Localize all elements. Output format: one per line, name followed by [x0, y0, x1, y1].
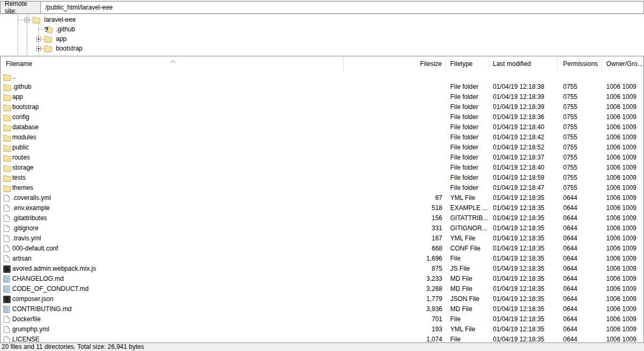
tree-item-app[interactable]: app — [0, 34, 644, 44]
expand-toggle-icon[interactable] — [36, 37, 41, 41]
table-row[interactable]: storage File folder 01/04/19 12:18:40 07… — [1, 163, 643, 173]
table-row[interactable]: public File folder 01/04/19 12:18:52 075… — [1, 143, 643, 153]
table-row[interactable]: .travis.yml 167 YML File 01/04/19 12:18:… — [1, 233, 643, 244]
permissions-cell: 0644 — [558, 304, 602, 314]
permissions-cell: 0755 — [558, 112, 602, 122]
column-header-permissions[interactable]: Permissions — [558, 56, 602, 72]
sort-ascending-icon — [170, 57, 176, 65]
folder-icon — [3, 83, 12, 91]
column-header-filesize[interactable]: Filesize — [344, 56, 446, 72]
owner-group-cell: 1006 1009 — [602, 143, 643, 153]
remote-site-path-input[interactable] — [41, 1, 644, 14]
last-modified-cell — [489, 72, 558, 82]
permissions-cell: 0644 — [558, 264, 602, 274]
folder-icon — [3, 185, 12, 192]
folder-icon — [3, 114, 12, 121]
filetype-cell: CONF File — [446, 244, 489, 254]
table-row[interactable]: .coveralls.yml 67 YML File 01/04/19 12:1… — [1, 193, 643, 203]
table-row[interactable]: 000-default.conf 668 CONF File 01/04/19 … — [1, 244, 643, 254]
column-header-owner-gro-[interactable]: Owner/Gro... — [602, 56, 643, 72]
expand-toggle-icon[interactable] — [24, 18, 29, 22]
permissions-cell: 0644 — [558, 324, 602, 335]
owner-group-cell: 1006 1009 — [602, 335, 643, 343]
table-row[interactable]: Dockerfile 701 File 01/04/19 12:18:35 06… — [1, 314, 643, 324]
last-modified-cell: 01/04/19 12:18:35 — [489, 314, 558, 324]
filesize-cell: 1,696 — [344, 254, 446, 264]
table-row[interactable]: grumphp.yml 193 YML File 01/04/19 12:18:… — [1, 324, 643, 335]
expand-toggle-icon[interactable] — [36, 46, 41, 51]
folder-icon — [3, 164, 12, 172]
tree-item-bootstrap[interactable]: bootstrap — [0, 44, 644, 53]
filename-text: modules — [12, 132, 36, 143]
filetype-cell: JSON File — [446, 294, 489, 304]
filename-text: .gitattributes — [12, 213, 47, 223]
filename-text: grumphp.yml — [12, 324, 49, 335]
filename-text: .github — [12, 82, 31, 92]
filetype-cell: File folder — [446, 102, 489, 112]
column-header-filetype[interactable]: Filetype — [446, 56, 489, 72]
document-icon — [3, 315, 12, 323]
table-row[interactable]: .env.example 518 EXAMPLE ... 01/04/19 12… — [1, 203, 643, 213]
table-row[interactable]: CHANGELOG.md 3,233 MD File 01/04/19 12:1… — [1, 274, 643, 284]
table-row[interactable]: artisan 1,696 File 01/04/19 12:18:35 064… — [1, 254, 643, 264]
table-row[interactable]: Scomposer.json 1,779 JSON File 01/04/19 … — [1, 294, 643, 304]
filename-text: CONTRIBUTING.md — [12, 304, 71, 314]
table-row[interactable]: bootstrap File folder 01/04/19 12:18:39 … — [1, 102, 643, 112]
filename-text: .env.example — [12, 203, 49, 213]
owner-group-cell: 1006 1009 — [602, 102, 643, 112]
last-modified-cell: 01/04/19 12:18:47 — [489, 183, 558, 193]
table-row[interactable]: .gitattributes 156 GITATTRIB... 01/04/19… — [1, 213, 643, 223]
last-modified-cell: 01/04/19 12:18:37 — [489, 153, 558, 163]
owner-group-cell: 1006 1009 — [602, 274, 643, 284]
tree-item--github[interactable]: ? .github — [0, 24, 644, 34]
filetype-cell: File — [446, 335, 489, 343]
table-row[interactable]: Savored.admin.webpack.mix.js 875 JS File… — [1, 264, 643, 274]
table-row[interactable]: CONTRIBUTING.md 3,936 MD File 01/04/19 1… — [1, 304, 643, 314]
filename-text: Dockerfile — [12, 314, 40, 324]
filetype-cell: YML File — [446, 233, 489, 244]
last-modified-cell: 01/04/19 12:18:35 — [489, 304, 558, 314]
column-header-last-modified[interactable]: Last modified — [489, 56, 558, 72]
filesize-cell: 668 — [344, 244, 446, 254]
table-row[interactable]: routes File folder 01/04/19 12:18:37 075… — [1, 153, 643, 163]
question-folder-icon: ? — [44, 26, 53, 34]
filename-text: .coveralls.yml — [12, 193, 51, 203]
document-icon — [3, 214, 12, 222]
markdown-file-icon — [3, 285, 12, 293]
table-row[interactable]: .. — [1, 72, 643, 82]
folder-icon — [3, 124, 12, 131]
filename-text: routes — [12, 153, 30, 163]
owner-group-cell: 1006 1009 — [602, 244, 643, 254]
list-header: FilenameFilesizeFiletypeLast modifiedPer… — [1, 56, 643, 72]
table-row[interactable]: .github File folder 01/04/19 12:18:38 07… — [1, 82, 643, 92]
remote-directory-tree: laravel-eee ? .github app bootstrap — [0, 15, 644, 56]
table-row[interactable]: themes File folder 01/04/19 12:18:47 075… — [1, 183, 643, 193]
filename-text: CHANGELOG.md — [12, 274, 64, 284]
last-modified-cell: 01/04/19 12:18:59 — [489, 173, 558, 183]
expand-toggle-icon — [36, 27, 41, 32]
filename-text: .. — [12, 72, 16, 82]
filetype-cell: File folder — [446, 163, 489, 173]
tree-item-laravel-eee[interactable]: laravel-eee — [0, 15, 644, 24]
last-modified-cell: 01/04/19 12:18:38 — [489, 82, 558, 92]
table-row[interactable]: .gitignore 331 GITIGNOR... 01/04/19 12:1… — [1, 223, 643, 233]
permissions-cell: 0644 — [558, 314, 602, 324]
table-row[interactable]: database File folder 01/04/19 12:18:40 0… — [1, 122, 643, 132]
table-row[interactable]: modules File folder 01/04/19 12:18:42 07… — [1, 132, 643, 143]
table-row[interactable]: CODE_OF_CONDUCT.md 3,268 MD File 01/04/1… — [1, 284, 643, 294]
owner-group-cell: 1006 1009 — [602, 183, 643, 193]
filename-text: composer.json — [12, 294, 53, 304]
last-modified-cell: 01/04/19 12:18:35 — [489, 223, 558, 233]
filetype-cell — [446, 72, 489, 82]
table-row[interactable]: app File folder 01/04/19 12:18:39 0755 1… — [1, 92, 643, 102]
filetype-cell: File folder — [446, 132, 489, 143]
table-row[interactable]: LICENSE 1,074 File 01/04/19 12:18:35 064… — [1, 335, 643, 343]
table-row[interactable]: tests File folder 01/04/19 12:18:59 0755… — [1, 173, 643, 183]
filename-text: avored.admin.webpack.mix.js — [12, 264, 96, 274]
folder-icon — [44, 35, 53, 43]
table-row[interactable]: config File folder 01/04/19 12:18:36 075… — [1, 112, 643, 122]
filename-text: .gitignore — [12, 223, 38, 233]
last-modified-cell: 01/04/19 12:18:35 — [489, 244, 558, 254]
folder-icon — [32, 16, 41, 24]
filesize-cell — [344, 102, 446, 112]
